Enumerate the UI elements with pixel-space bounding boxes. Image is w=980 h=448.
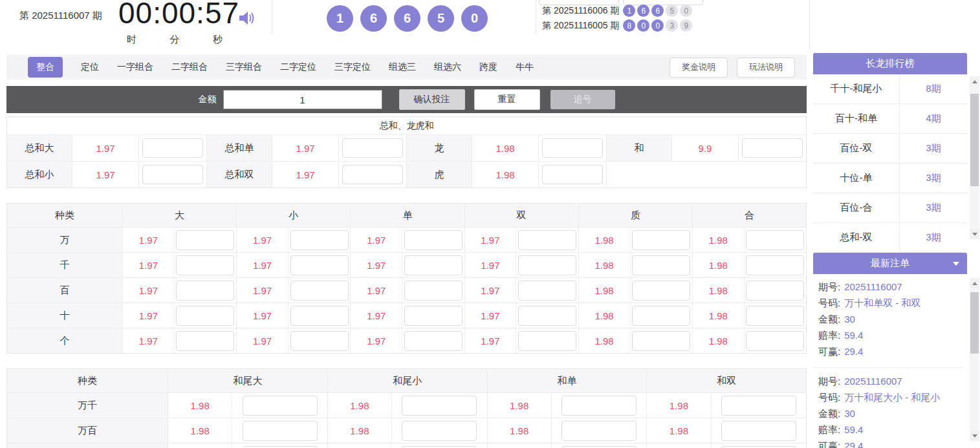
bet-input[interactable] (746, 306, 804, 326)
scroll-up-arrow-icon[interactable] (970, 278, 979, 288)
bet-input[interactable] (402, 396, 477, 416)
bet-input[interactable] (746, 331, 804, 351)
tab-niuniu[interactable]: 牛牛 (516, 61, 534, 73)
prize-info-button[interactable]: 奖金说明 (670, 58, 728, 78)
bet-input[interactable] (542, 165, 603, 184)
bet-input[interactable] (290, 255, 349, 275)
scrollbar-thumb[interactable] (970, 94, 979, 186)
table-row: 万十 1.98 1.98 1.98 1.98 (7, 443, 806, 448)
bet-input[interactable] (402, 446, 477, 448)
bet-input[interactable] (290, 230, 349, 250)
caret-down-icon[interactable] (953, 262, 959, 266)
ranking-scrollbar[interactable] (970, 76, 979, 239)
order-field-label: 可赢: (818, 440, 840, 448)
bet-input[interactable] (721, 396, 796, 416)
row-kind-label: 万百 (7, 418, 168, 443)
tab-erzi-dingwei[interactable]: 二字定位 (280, 61, 316, 73)
history-ball: 9 (680, 19, 692, 32)
bet-input[interactable] (721, 421, 796, 441)
chase-number-button[interactable]: 追号 (550, 90, 615, 109)
bet-input[interactable] (561, 421, 637, 441)
bet-input[interactable] (176, 306, 234, 326)
ranking-count: 8期 (900, 74, 967, 103)
row-kind-label: 万十 (7, 443, 168, 448)
history-ball: 3 (666, 19, 678, 32)
column-header: 和尾小 (328, 369, 488, 392)
bet-input[interactable] (176, 255, 234, 275)
bet-input[interactable] (746, 255, 804, 275)
bet-input[interactable] (518, 230, 576, 250)
play-info-button[interactable]: 玩法说明 (737, 58, 795, 78)
bet-input[interactable] (404, 306, 463, 326)
tab-dingwei[interactable]: 定位 (81, 61, 99, 73)
ranking-name: 千十-和尾小 (813, 74, 900, 103)
scrollbar-thumb[interactable] (970, 292, 979, 354)
bet-input[interactable] (632, 306, 690, 326)
tab-kuadu[interactable]: 跨度 (479, 61, 497, 73)
tab-erzi-zuhe[interactable]: 二字组合 (171, 61, 208, 73)
scroll-down-arrow-icon[interactable] (970, 229, 979, 239)
bet-input[interactable] (404, 255, 463, 275)
odds-value: 1.97 (351, 328, 402, 353)
dragon-ranking-list: 千十-和尾小8期 百十-和单4期 百位-双3期 十位-单3期 百位-合3期 总和… (813, 74, 967, 253)
ranking-name: 总和-双 (813, 223, 900, 252)
bet-input[interactable] (290, 306, 349, 326)
order-field-label: 金额: (818, 314, 840, 325)
bet-input[interactable] (746, 230, 804, 250)
bet-input[interactable] (142, 138, 203, 158)
bet-input[interactable] (342, 138, 403, 158)
odds-value: 1.97 (237, 253, 289, 277)
row-kind-label: 十 (7, 303, 123, 328)
bet-input[interactable] (290, 281, 349, 301)
bet-input[interactable] (342, 165, 403, 184)
odds-value: 1.98 (328, 418, 392, 443)
empty-cell (606, 162, 806, 187)
ranking-count: 3期 (900, 193, 967, 222)
tab-sanzi-dingwei[interactable]: 三字定位 (334, 61, 371, 73)
bet-input[interactable] (176, 331, 234, 351)
bet-input[interactable] (243, 421, 318, 441)
bet-input[interactable] (404, 331, 463, 351)
bet-input[interactable] (632, 281, 690, 301)
bet-input[interactable] (290, 331, 349, 351)
amount-input[interactable] (223, 90, 382, 109)
bet-input[interactable] (142, 165, 203, 184)
bet-input[interactable] (561, 446, 637, 448)
speaker-icon[interactable] (238, 10, 256, 27)
orders-scrollbar[interactable] (970, 278, 979, 441)
bet-input[interactable] (632, 331, 690, 351)
bet-input[interactable] (404, 281, 463, 301)
bet-input[interactable] (632, 255, 690, 275)
tab-sanzi-zuhe[interactable]: 三字组合 (226, 61, 262, 73)
bet-input[interactable] (518, 331, 576, 351)
odds-value: 1.98 (579, 228, 631, 252)
scroll-down-arrow-icon[interactable] (970, 431, 979, 441)
bet-input[interactable] (746, 281, 804, 301)
bet-input[interactable] (742, 138, 803, 158)
tab-zhenghe[interactable]: 整合 (28, 57, 63, 78)
bet-input[interactable] (518, 281, 576, 301)
column-header: 双 (465, 204, 579, 227)
order-field-value: 59.4 (844, 330, 863, 341)
tab-yizi-zuhe[interactable]: 一字组合 (117, 61, 153, 73)
bet-input[interactable] (721, 446, 796, 448)
tab-zuxuan-liu[interactable]: 组选六 (434, 61, 461, 73)
reset-button[interactable]: 重置 (474, 89, 540, 110)
column-header: 和双 (647, 369, 806, 392)
confirm-bet-button[interactable]: 确认投注 (399, 89, 465, 110)
bet-input[interactable] (542, 138, 603, 158)
bet-input[interactable] (632, 230, 690, 250)
bet-input[interactable] (243, 396, 318, 416)
bet-input[interactable] (518, 255, 576, 275)
ranking-row: 百十-和单4期 (813, 104, 967, 134)
bet-input[interactable] (561, 396, 637, 416)
bet-input[interactable] (176, 230, 234, 250)
bet-input[interactable] (402, 421, 477, 441)
tab-zuxuan-san[interactable]: 组选三 (389, 61, 416, 73)
bet-input[interactable] (518, 306, 576, 326)
bet-input[interactable] (176, 281, 234, 301)
bet-input[interactable] (404, 230, 463, 250)
scroll-up-arrow-icon[interactable] (970, 76, 979, 87)
bet-input[interactable] (243, 446, 318, 448)
history-ball: 8 (623, 19, 635, 32)
